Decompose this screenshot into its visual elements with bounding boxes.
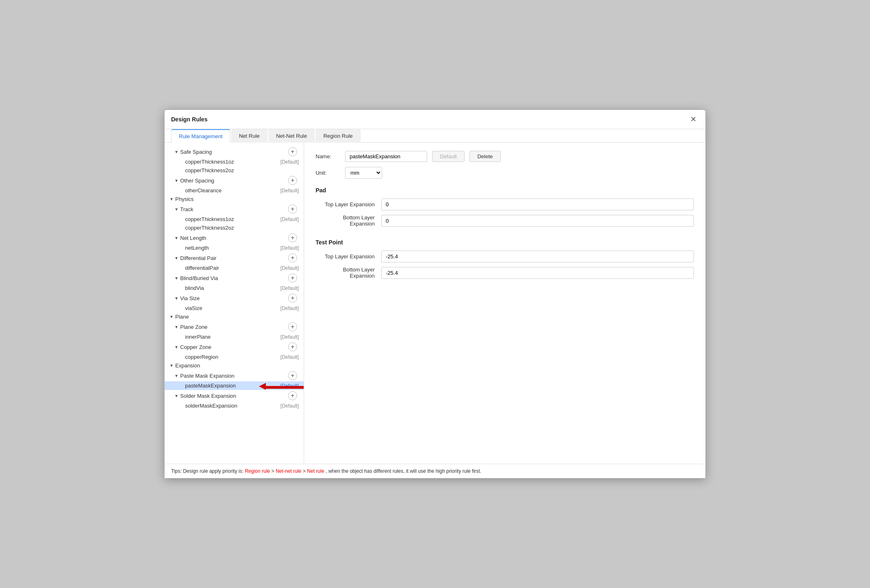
sidebar-item-label: netLength (185, 245, 280, 251)
test-point-bottom-layer-label: Bottom LayerExpansion (316, 267, 381, 279)
name-input[interactable] (345, 151, 427, 162)
sidebar-item-plane-zone[interactable]: ▼ Plane Zone + (165, 321, 304, 333)
add-paste-mask-button[interactable]: + (288, 371, 297, 380)
sidebar-item-via-size[interactable]: ▼ Via Size + (165, 292, 304, 304)
red-arrow-annotation: ◀▬▬▬▬▬ (259, 381, 304, 391)
add-net-length-button[interactable]: + (288, 233, 297, 242)
tips-sep2: > (303, 468, 307, 474)
sidebar-item-label: Differential Pair (180, 255, 288, 261)
sidebar-item-label: copperThickness2oz (185, 167, 300, 173)
sidebar-item-label: Via Size (180, 295, 288, 301)
sidebar-item-via-size-item[interactable]: viaSize [Default] (165, 304, 304, 312)
tips-net-rule: Net rule (307, 468, 324, 474)
sidebar-item-paste-mask-expansion-item[interactable]: pasteMaskExpansion [Default] ◀▬▬▬▬▬ (165, 381, 304, 390)
content-area: Name: Default Delete Unit: mm mil inch P… (304, 143, 705, 464)
default-tag: [Default] (280, 354, 299, 360)
sidebar-item-differential-pair[interactable]: ▼ Differential Pair + (165, 252, 304, 264)
test-point-bottom-layer-input[interactable] (381, 267, 694, 279)
sidebar-item-other-clearance[interactable]: otherClearance [Default] (165, 186, 304, 195)
pad-section-title: Pad (316, 187, 694, 194)
sidebar-item-label: solderMaskExpansion (185, 403, 280, 409)
tips-region-rule: Region rule (245, 468, 270, 474)
sidebar-item-label: differentialPair (185, 265, 280, 271)
dialog-titlebar: Design Rules ✕ (165, 110, 705, 129)
add-differential-pair-button[interactable]: + (288, 253, 297, 262)
default-tag: [Default] (280, 265, 299, 271)
sidebar-item-label: Expansion (175, 362, 300, 369)
sidebar-item-label: Plane Zone (180, 324, 288, 330)
sidebar-item-copper-thickness-2oz[interactable]: copperThickness2oz (165, 166, 304, 175)
sidebar-item-track[interactable]: ▼ Track + (165, 203, 304, 215)
sidebar-item-label: Solder Mask Expansion (180, 393, 288, 399)
sidebar-item-expansion[interactable]: ▼ Expansion (165, 361, 304, 370)
add-other-spacing-button[interactable]: + (288, 176, 297, 185)
tab-rule-management[interactable]: Rule Management (171, 129, 230, 143)
sidebar-item-label: Plane (175, 314, 300, 320)
sidebar-item-physics[interactable]: ▼ Physics (165, 195, 304, 203)
arrow-icon: ▼ (174, 207, 180, 212)
sidebar-item-label: Copper Zone (180, 344, 288, 350)
sidebar-item-copper-zone[interactable]: ▼ Copper Zone + (165, 341, 304, 353)
sidebar-item-solder-mask-expansion[interactable]: ▼ Solder Mask Expansion + (165, 390, 304, 401)
sidebar-item-net-length[interactable]: ▼ Net Length + (165, 232, 304, 244)
unit-row: Unit: mm mil inch (316, 167, 694, 179)
test-point-top-layer-input[interactable] (381, 251, 694, 262)
sidebar-item-solder-mask-expansion-item[interactable]: solderMaskExpansion [Default] (165, 401, 304, 410)
add-blind-buried-via-button[interactable]: + (288, 273, 297, 283)
sidebar-item-label: Other Spacing (180, 178, 288, 184)
sidebar-item-copper-region-item[interactable]: copperRegion [Default] (165, 353, 304, 361)
sidebar-item-label: Paste Mask Expansion (180, 373, 288, 379)
sidebar-item-label: copperThickness2oz (185, 225, 300, 231)
tips-bar: Tips: Design rule apply priority is: Reg… (165, 464, 705, 478)
add-via-size-button[interactable]: + (288, 294, 297, 303)
sidebar-item-track-copper-1oz[interactable]: copperThickness1oz [Default] (165, 215, 304, 223)
arrow-icon: ▼ (174, 236, 180, 240)
sidebar-item-label: Track (180, 206, 288, 212)
dialog-title: Design Rules (171, 116, 208, 123)
add-safe-spacing-button[interactable]: + (288, 147, 297, 156)
sidebar-item-safe-spacing[interactable]: ▼ Safe Spacing + (165, 146, 304, 157)
arrow-icon: ▼ (169, 197, 175, 201)
arrow-icon: ▼ (174, 325, 180, 329)
sidebar-item-copper-thickness-1oz[interactable]: copperThickness1oz [Default] (165, 157, 304, 166)
test-point-bottom-layer-row: Bottom LayerExpansion (316, 267, 694, 279)
close-button[interactable]: ✕ (688, 114, 699, 125)
tab-region-rule[interactable]: Region Rule (316, 129, 361, 143)
add-copper-zone-button[interactable]: + (288, 342, 297, 351)
arrow-icon: ▼ (174, 345, 180, 349)
pad-top-layer-label: Top Layer Expansion (316, 201, 381, 207)
tab-net-rule[interactable]: Net Rule (231, 129, 268, 143)
sidebar-item-label: Blind/Buried Via (180, 275, 288, 281)
sidebar-item-blind-buried-via[interactable]: ▼ Blind/Buried Via + (165, 272, 304, 284)
test-point-top-layer-label: Top Layer Expansion (316, 253, 381, 260)
arrow-icon: ▼ (174, 276, 180, 280)
unit-select[interactable]: mm mil inch (345, 167, 382, 179)
default-tag: [Default] (280, 217, 299, 222)
name-label: Name: (316, 153, 340, 160)
add-track-button[interactable]: + (288, 205, 297, 214)
tab-net-net-rule[interactable]: Net-Net Rule (268, 129, 315, 143)
sidebar-item-differential-pair-item[interactable]: differentialPair [Default] (165, 264, 304, 272)
sidebar-item-track-copper-2oz[interactable]: copperThickness2oz (165, 223, 304, 232)
arrow-icon: ▼ (174, 150, 180, 154)
default-tag: [Default] (280, 159, 299, 165)
sidebar-item-net-length-item[interactable]: netLength [Default] (165, 244, 304, 252)
sidebar-item-other-spacing[interactable]: ▼ Other Spacing + (165, 175, 304, 186)
default-button[interactable]: Default (432, 151, 465, 162)
default-tag: [Default] (280, 245, 299, 251)
tips-net-net-rule: Net-net rule (276, 468, 302, 474)
sidebar-item-plane[interactable]: ▼ Plane (165, 312, 304, 321)
default-tag: [Default] (280, 334, 299, 340)
sidebar-item-label: copperThickness1oz (185, 159, 280, 165)
delete-button[interactable]: Delete (469, 151, 501, 162)
sidebar-item-blind-via-item[interactable]: blindVia [Default] (165, 284, 304, 292)
default-tag: [Default] (280, 285, 299, 291)
add-solder-mask-button[interactable]: + (288, 391, 297, 400)
tabs-bar: Rule Management Net Rule Net-Net Rule Re… (165, 129, 705, 143)
sidebar-item-paste-mask-expansion[interactable]: ▼ Paste Mask Expansion + (165, 370, 304, 381)
default-tag: [Default] (280, 188, 299, 194)
add-plane-zone-button[interactable]: + (288, 322, 297, 331)
pad-bottom-layer-input[interactable] (381, 215, 694, 227)
sidebar-item-inner-plane-item[interactable]: innerPlane [Default] (165, 333, 304, 341)
pad-top-layer-input[interactable] (381, 198, 694, 210)
